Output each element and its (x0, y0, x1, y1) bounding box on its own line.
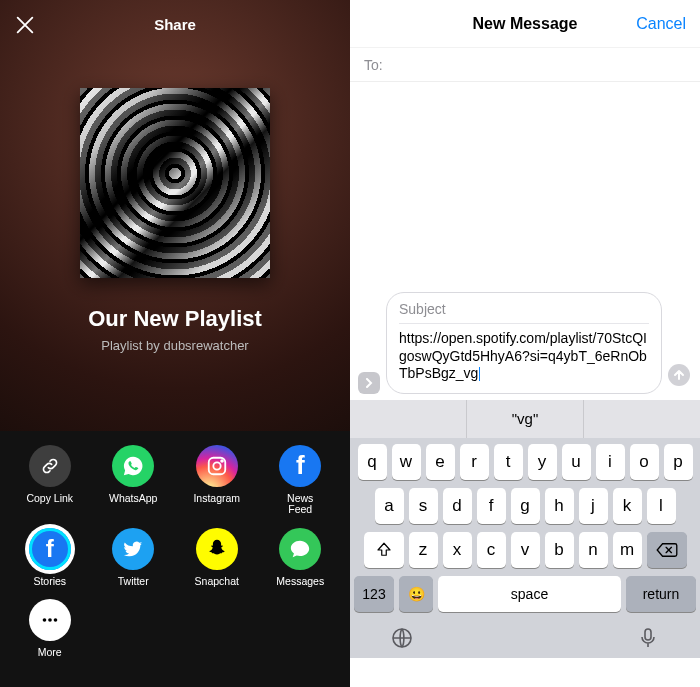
spotify-share-panel: Share Our New Playlist Playlist by dubsr… (0, 0, 350, 687)
to-field[interactable]: To: (350, 48, 700, 82)
share-item-label: Messages (276, 576, 324, 588)
key-x[interactable]: x (443, 532, 472, 568)
key-k[interactable]: k (613, 488, 642, 524)
key-v[interactable]: v (511, 532, 540, 568)
link-icon (29, 445, 71, 487)
messages-icon (279, 528, 321, 570)
stories-icon: f (29, 528, 71, 570)
share-item-label: Snapchat (195, 576, 239, 588)
share-content: Our New Playlist Playlist by dubsrewatch… (0, 88, 350, 353)
snapchat-icon (196, 528, 238, 570)
key-return[interactable]: return (626, 576, 696, 612)
share-facebook-stories[interactable]: f Stories (8, 528, 92, 588)
message-body-area[interactable] (350, 82, 700, 292)
svg-point-3 (42, 619, 46, 623)
message-input-bubble[interactable]: Subject https://open.spotify.com/playlis… (386, 292, 662, 394)
whatsapp-icon (112, 445, 154, 487)
share-snapchat[interactable]: Snapchat (175, 528, 259, 588)
share-more[interactable]: More (8, 599, 92, 659)
key-s[interactable]: s (409, 488, 438, 524)
playlist-subtitle: Playlist by dubsrewatcher (101, 338, 248, 353)
key-r[interactable]: r (460, 444, 489, 480)
dictation-icon[interactable] (636, 626, 660, 650)
text-cursor (479, 367, 480, 381)
message-text-input[interactable]: https://open.spotify.com/playlist/70StcQ… (399, 330, 649, 383)
key-emoji[interactable]: 😀 (399, 576, 433, 612)
prediction-slot[interactable] (350, 400, 467, 438)
key-e[interactable]: e (426, 444, 455, 480)
predictive-bar: "vg" (350, 400, 700, 438)
close-icon[interactable] (14, 14, 36, 36)
prediction-slot[interactable]: "vg" (467, 400, 584, 438)
share-twitter[interactable]: Twitter (92, 528, 176, 588)
facebook-icon: f (279, 445, 321, 487)
compose-title: New Message (473, 15, 578, 33)
key-w[interactable]: w (392, 444, 421, 480)
key-i[interactable]: i (596, 444, 625, 480)
share-item-label: Stories (33, 576, 66, 588)
instagram-icon (196, 445, 238, 487)
cancel-button[interactable]: Cancel (636, 15, 686, 33)
messages-compose-panel: New Message Cancel To: Subject https://o… (350, 0, 700, 687)
share-copy-link[interactable]: Copy Link (8, 445, 92, 516)
key-n[interactable]: n (579, 532, 608, 568)
globe-icon[interactable] (390, 626, 414, 650)
key-row-1: q w e r t y u i o p (354, 444, 696, 480)
key-q[interactable]: q (358, 444, 387, 480)
key-l[interactable]: l (647, 488, 676, 524)
key-b[interactable]: b (545, 532, 574, 568)
subject-input[interactable]: Subject (399, 301, 649, 324)
key-row-4: 123 😀 space return (354, 576, 696, 612)
share-instagram[interactable]: Instagram (175, 445, 259, 516)
share-whatsapp[interactable]: WhatsApp (92, 445, 176, 516)
key-c[interactable]: c (477, 532, 506, 568)
key-shift[interactable] (364, 532, 404, 568)
twitter-icon (112, 528, 154, 570)
compose-header: New Message Cancel (350, 0, 700, 48)
share-header: Share (0, 0, 350, 48)
svg-rect-7 (645, 629, 651, 640)
prediction-slot[interactable] (584, 400, 700, 438)
playlist-title: Our New Playlist (88, 306, 262, 332)
share-item-label: Instagram (193, 493, 240, 505)
key-d[interactable]: d (443, 488, 472, 524)
key-a[interactable]: a (375, 488, 404, 524)
share-item-label: Twitter (118, 576, 149, 588)
share-item-label: More (38, 647, 62, 659)
share-item-label: News Feed (287, 493, 313, 516)
key-h[interactable]: h (545, 488, 574, 524)
share-messages[interactable]: Messages (259, 528, 343, 588)
apps-expand-button[interactable] (358, 372, 380, 394)
key-t[interactable]: t (494, 444, 523, 480)
key-backspace[interactable] (647, 532, 687, 568)
key-j[interactable]: j (579, 488, 608, 524)
share-grid: Copy Link WhatsApp Instagram f News Feed… (0, 431, 350, 687)
svg-point-5 (53, 619, 57, 623)
key-f[interactable]: f (477, 488, 506, 524)
key-g[interactable]: g (511, 488, 540, 524)
share-item-label: Copy Link (26, 493, 73, 505)
key-u[interactable]: u (562, 444, 591, 480)
key-space[interactable]: space (438, 576, 621, 612)
key-m[interactable]: m (613, 532, 642, 568)
key-p[interactable]: p (664, 444, 693, 480)
playlist-cover (80, 88, 270, 278)
key-z[interactable]: z (409, 532, 438, 568)
key-row-2: a s d f g h j k l (354, 488, 696, 524)
key-o[interactable]: o (630, 444, 659, 480)
to-label: To: (364, 57, 383, 73)
svg-point-2 (221, 460, 223, 462)
share-item-label: WhatsApp (109, 493, 157, 505)
keyboard: q w e r t y u i o p a s d f g h j k l (350, 438, 700, 658)
key-numbers[interactable]: 123 (354, 576, 394, 612)
send-button[interactable] (668, 364, 690, 386)
share-facebook-feed[interactable]: f News Feed (259, 445, 343, 516)
key-row-3: z x c v b n m (354, 532, 696, 568)
key-y[interactable]: y (528, 444, 557, 480)
share-title: Share (154, 16, 196, 33)
svg-point-4 (48, 619, 52, 623)
svg-point-1 (213, 462, 220, 469)
more-icon (29, 599, 71, 641)
